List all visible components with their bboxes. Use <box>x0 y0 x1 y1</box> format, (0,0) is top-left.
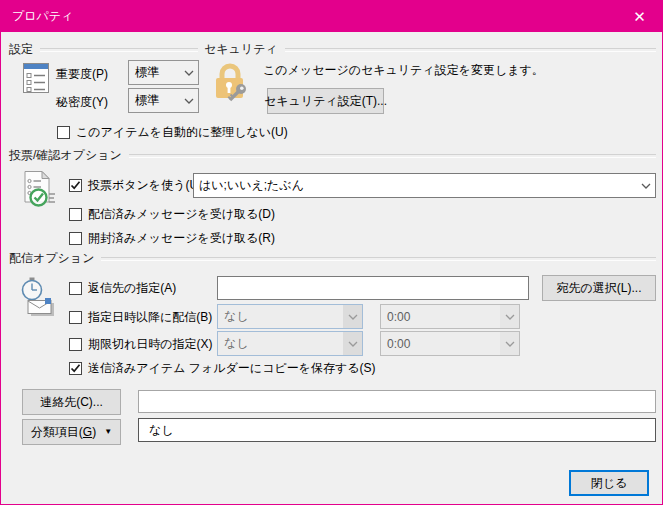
defer-date-value: なし <box>218 308 343 325</box>
divider <box>40 48 198 52</box>
dialog-title: プロパティ <box>12 8 73 25</box>
reply-to-input[interactable] <box>217 276 529 300</box>
contacts-input[interactable] <box>138 390 656 413</box>
delivery-group-header: 配信オプション <box>9 250 656 265</box>
expires-checkbox[interactable] <box>69 338 82 351</box>
expires-date-combobox[interactable]: なし <box>217 331 363 356</box>
delivery-group-label: 配信オプション <box>9 250 94 267</box>
chevron-down-icon[interactable] <box>343 305 362 328</box>
importance-combobox[interactable]: 標準 <box>128 60 199 85</box>
read-receipt-checkbox[interactable] <box>69 232 82 245</box>
expires-row: 期限切れ日時の指定(X) <box>69 337 213 352</box>
categories-button[interactable]: 分類項目(G) ▼ <box>22 419 121 445</box>
save-sent-copy-checkbox[interactable] <box>69 362 82 375</box>
close-icon[interactable]: ✕ <box>617 1 662 32</box>
settings-list-icon <box>23 63 49 96</box>
divider <box>101 257 656 261</box>
delivery-receipt-label: 配信済みメッセージを受け取る(D) <box>88 207 275 222</box>
voting-buttons-value[interactable]: はい;いいえ;たぶん <box>194 177 636 194</box>
voting-buttons-combobox[interactable]: はい;いいえ;たぶん <box>193 173 656 198</box>
expires-time-value: 0:00 <box>381 337 500 351</box>
sensitivity-label: 秘密度(Y) <box>56 94 108 111</box>
close-dialog-button[interactable]: 閉じる <box>569 470 649 496</box>
security-settings-button[interactable]: セキュリティ設定(T)... <box>267 88 384 114</box>
defer-delivery-row: 指定日時以降に配信(B) <box>69 310 212 325</box>
save-sent-copy-row: 送信済みアイテム フォルダーにコピーを保存する(S) <box>69 361 376 376</box>
expires-label: 期限切れ日時の指定(X) <box>88 337 213 352</box>
importance-label: 重要度(P) <box>56 66 108 83</box>
reply-to-label: 返信先の指定(A) <box>88 281 176 296</box>
properties-dialog: プロパティ ✕ 設定 セキュリティ 重要度(P) 標準 秘密度(Y) <box>0 0 663 505</box>
expires-time-combobox[interactable]: 0:00 <box>380 331 520 356</box>
divider <box>129 154 656 158</box>
chevron-down-icon[interactable] <box>500 332 519 355</box>
defer-date-combobox[interactable]: なし <box>217 304 363 329</box>
chevron-down-icon[interactable] <box>343 332 362 355</box>
divider <box>285 48 656 52</box>
expires-date-value: なし <box>218 335 343 352</box>
reply-to-checkbox[interactable] <box>69 282 82 295</box>
importance-value: 標準 <box>129 64 179 81</box>
security-group-label: セキュリティ <box>204 41 278 58</box>
defer-time-value: 0:00 <box>381 310 500 324</box>
auto-archive-checkbox[interactable] <box>57 126 70 139</box>
use-voting-buttons-checkbox[interactable] <box>69 179 82 192</box>
reply-to-row: 返信先の指定(A) <box>69 281 176 296</box>
lock-key-icon <box>210 61 250 106</box>
categories-value-box: なし <box>138 418 656 442</box>
categories-button-label: 分類項目(G) <box>31 424 96 441</box>
security-group-header: セキュリティ <box>204 41 656 56</box>
use-voting-buttons-row: 投票ボタンを使う(U) <box>69 178 202 193</box>
timed-delivery-icon <box>19 277 57 320</box>
voting-group-header: 投票/確認オプション <box>9 147 656 162</box>
dropdown-arrow-icon: ▼ <box>104 428 112 436</box>
select-names-button[interactable]: 宛先の選択(L)... <box>542 275 656 301</box>
delivery-receipt-checkbox[interactable] <box>69 208 82 221</box>
sensitivity-combobox[interactable]: 標準 <box>128 88 199 113</box>
defer-delivery-label: 指定日時以降に配信(B) <box>88 310 212 325</box>
defer-time-combobox[interactable]: 0:00 <box>380 304 520 329</box>
use-voting-buttons-label: 投票ボタンを使う(U) <box>88 178 202 193</box>
defer-delivery-checkbox[interactable] <box>69 311 82 324</box>
chevron-down-icon[interactable] <box>636 174 655 197</box>
security-description: このメッセージのセキュリティ設定を変更します。 <box>263 62 544 79</box>
settings-group-label: 設定 <box>9 41 33 58</box>
title-bar: プロパティ ✕ <box>1 1 662 32</box>
chevron-down-icon[interactable] <box>179 89 198 112</box>
delivery-receipt-row: 配信済みメッセージを受け取る(D) <box>69 207 275 222</box>
sensitivity-value: 標準 <box>129 92 179 109</box>
save-sent-copy-label: 送信済みアイテム フォルダーにコピーを保存する(S) <box>88 361 376 376</box>
auto-archive-row: このアイテムを自動的に整理しない(U) <box>57 125 288 140</box>
voting-ballot-icon <box>21 170 59 213</box>
chevron-down-icon[interactable] <box>500 305 519 328</box>
contacts-button[interactable]: 連絡先(C)... <box>22 389 121 415</box>
auto-archive-label: このアイテムを自動的に整理しない(U) <box>76 125 288 140</box>
read-receipt-row: 開封済みメッセージを受け取る(R) <box>69 231 275 246</box>
read-receipt-label: 開封済みメッセージを受け取る(R) <box>88 231 275 246</box>
settings-group-header: 設定 <box>9 41 198 56</box>
voting-group-label: 投票/確認オプション <box>9 147 122 164</box>
chevron-down-icon[interactable] <box>179 61 198 84</box>
